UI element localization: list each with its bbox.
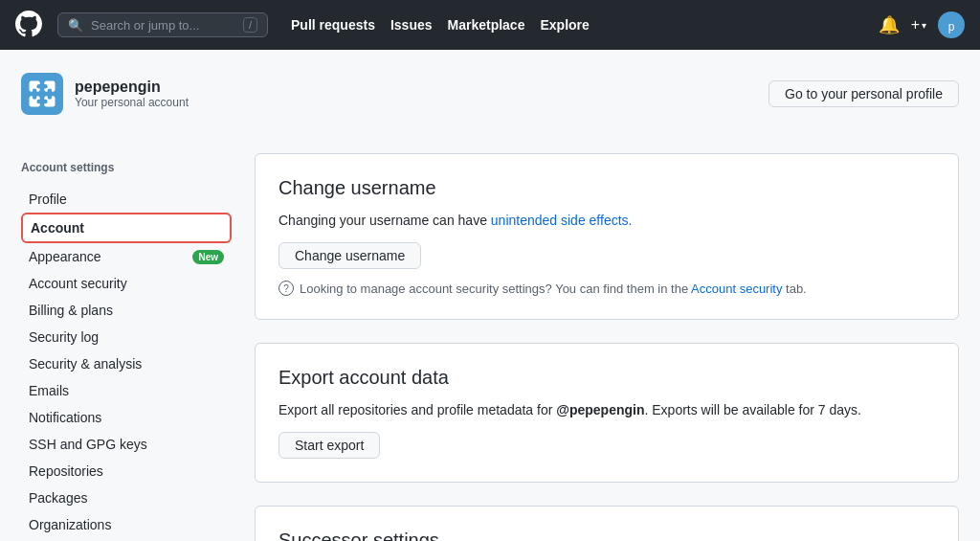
info-icon: ? — [278, 281, 294, 296]
user-subtitle: Your personal account — [75, 96, 189, 109]
nav-issues[interactable]: Issues — [390, 17, 433, 33]
sidebar-item-billing[interactable]: Billing & plans — [21, 297, 232, 324]
unintended-side-effects-link[interactable]: unintended side effects. — [491, 213, 633, 228]
nav-marketplace[interactable]: Marketplace — [448, 17, 525, 33]
add-menu-button[interactable]: +▾ — [911, 16, 926, 34]
search-bar[interactable]: 🔍 Search or jump to... / — [57, 12, 268, 37]
sidebar-item-repositories[interactable]: Repositories — [21, 458, 232, 485]
successor-settings-section: Successor settings By clicking "Add Succ… — [255, 506, 959, 541]
sidebar-item-notifications[interactable]: Notifications — [21, 404, 232, 431]
new-badge: New — [192, 250, 224, 264]
change-username-button[interactable]: Change username — [278, 242, 421, 269]
svg-text:p: p — [948, 20, 955, 34]
export-account-desc: Export all repositories and profile meta… — [278, 400, 935, 420]
sidebar-item-organizations[interactable]: Organizations — [21, 511, 232, 538]
topnav-links: Pull requests Issues Marketplace Explore — [291, 17, 590, 33]
sidebar-item-appearance[interactable]: Appearance New — [21, 243, 232, 270]
change-username-section: Change username Changing your username c… — [255, 153, 959, 320]
export-account-section: Export account data Export all repositor… — [255, 343, 959, 483]
nav-pull-requests[interactable]: Pull requests — [291, 17, 375, 33]
avatar[interactable]: p — [938, 11, 965, 38]
username: pepepengin — [75, 79, 189, 96]
goto-profile-button[interactable]: Go to your personal profile — [768, 80, 959, 107]
change-username-title: Change username — [278, 177, 935, 199]
sidebar-item-packages[interactable]: Packages — [21, 485, 232, 511]
export-account-title: Export account data — [278, 367, 935, 389]
sidebar-item-account[interactable]: Account — [21, 213, 232, 243]
successor-settings-title: Successor settings — [278, 530, 935, 541]
sidebar-heading: Account settings — [21, 153, 232, 182]
change-username-desc: Changing your username can have unintend… — [278, 211, 935, 231]
sidebar-item-account-security[interactable]: Account security — [21, 270, 232, 297]
svg-rect-9 — [48, 88, 53, 99]
nav-explore[interactable]: Explore — [540, 17, 589, 33]
search-icon: 🔍 — [68, 18, 83, 33]
notifications-icon[interactable]: 🔔 — [879, 14, 900, 35]
topnav: 🔍 Search or jump to... / Pull requests I… — [0, 0, 980, 50]
topnav-right: 🔔 +▾ p — [879, 11, 965, 38]
account-security-link[interactable]: Account security — [691, 282, 782, 296]
github-logo-icon[interactable] — [15, 11, 42, 40]
sidebar-item-security-analysis[interactable]: Security & analysis — [21, 350, 232, 377]
info-text: Looking to manage account security setti… — [300, 282, 807, 296]
svg-rect-7 — [36, 100, 47, 104]
start-export-button[interactable]: Start export — [278, 432, 380, 459]
sidebar-item-ssh-gpg[interactable]: SSH and GPG keys — [21, 431, 232, 458]
sidebar-item-profile[interactable]: Profile — [21, 186, 232, 213]
search-kbd: / — [243, 17, 257, 33]
content-area: Change username Changing your username c… — [255, 153, 959, 541]
search-placeholder-text: Search or jump to... — [91, 18, 235, 33]
sidebar-item-security-log[interactable]: Security log — [21, 324, 232, 350]
sidebar: Account settings Profile Account Appeara… — [21, 153, 232, 541]
svg-rect-8 — [33, 88, 37, 99]
sidebar-item-emails[interactable]: Emails — [21, 377, 232, 404]
user-avatar — [21, 73, 63, 115]
svg-rect-6 — [36, 84, 47, 89]
